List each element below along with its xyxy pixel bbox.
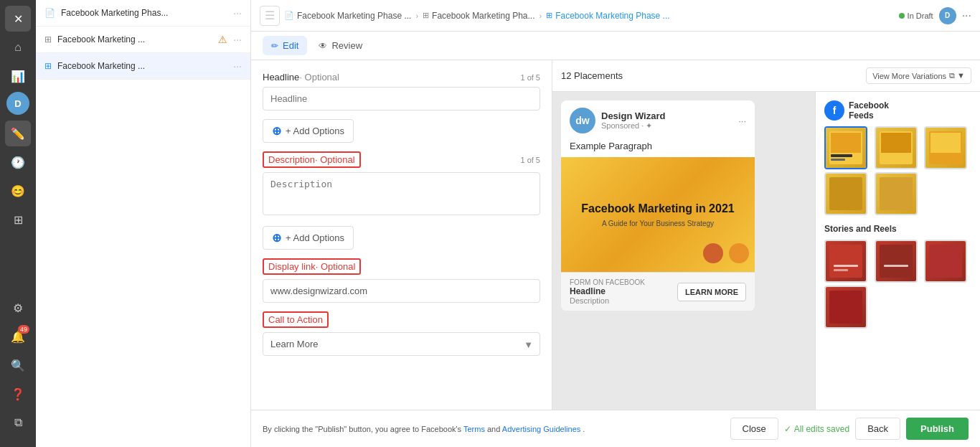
search-icon[interactable]: 🔍: [5, 352, 31, 378]
add-options-2-container: ⊕ + Add Options: [263, 226, 540, 250]
status-dot: [899, 13, 905, 19]
breadcrumb-segment-2[interactable]: ⊞ Facebook Marketing Pha...: [423, 11, 534, 21]
feeds-title: Feeds: [849, 110, 889, 121]
add-options-2-icon: ⊕: [272, 231, 281, 245]
svg-rect-13: [880, 245, 913, 278]
history-icon[interactable]: 🕐: [5, 149, 31, 175]
svg-rect-2: [831, 154, 852, 157]
headline-label: Headline· Optional: [263, 72, 339, 83]
ad-image-bg: Facebook Marketing in 2021 A Guide for Y…: [561, 157, 755, 272]
emoji-icon[interactable]: 😊: [5, 178, 31, 204]
sidebar-item-3[interactable]: ⊞ Facebook Marketing ... ···: [36, 53, 250, 80]
saved-indicator: ✓ All edits saved: [784, 424, 849, 434]
ad-image-subtitle: A Guide for Your Business Strategy: [602, 220, 714, 227]
chart-icon[interactable]: 📊: [5, 63, 31, 89]
notification-badge: 49: [18, 325, 29, 334]
headline-field: Headline· Optional 1 of 5: [263, 72, 540, 110]
ad-image: Facebook Marketing in 2021 A Guide for Y…: [561, 157, 755, 272]
tab-edit[interactable]: ✏ Edit: [263, 36, 307, 55]
description-textarea[interactable]: [263, 172, 540, 215]
ad-sponsored: Sponsored · ✦: [601, 121, 665, 131]
help-icon[interactable]: ❓: [5, 381, 31, 407]
more-icon-3[interactable]: ···: [233, 60, 242, 72]
placement-thumb-5[interactable]: [875, 172, 918, 215]
display-link-label: Display link· Optional: [263, 258, 361, 275]
tab-review[interactable]: 👁 Review: [310, 36, 371, 55]
cta-select-wrapper: Learn More Shop Now Sign Up Contact Us D…: [263, 332, 540, 356]
facebook-icon: f: [824, 100, 844, 121]
display-link-input[interactable]: [263, 279, 540, 303]
ad-advertiser-info: Design Wizard Sponsored · ✦: [601, 110, 665, 131]
placement-thumb-4[interactable]: [824, 172, 867, 215]
ad-learn-more-button[interactable]: LEARN MORE: [677, 283, 746, 301]
feeds-header: f Facebook Feeds: [824, 100, 971, 121]
grid-icon-2: ⊞: [44, 34, 52, 44]
placement-thumb-3[interactable]: [924, 126, 967, 169]
add-options-1-button[interactable]: ⊕ + Add Options: [263, 119, 354, 143]
home-icon[interactable]: ⌂: [5, 34, 31, 60]
saved-text: All edits saved: [794, 424, 849, 434]
stories-inner-3: [925, 241, 966, 281]
cta-header: Call to Action: [263, 311, 540, 328]
stories-thumb-4[interactable]: [824, 286, 867, 329]
ad-more-icon[interactable]: ···: [738, 116, 746, 126]
view-more-button[interactable]: View More Variations ⧉ ▼: [866, 67, 971, 84]
breadcrumb-segment-3[interactable]: ⊞ Facebook Marketing Phase ...: [546, 11, 669, 21]
edit-tabs: ✏ Edit 👁 Review: [251, 32, 980, 60]
stories-inner-1: [826, 241, 866, 281]
layers-icon[interactable]: ⧉: [5, 410, 31, 436]
placement-thumb-2[interactable]: [875, 126, 918, 169]
settings-icon[interactable]: ⚙: [5, 295, 31, 321]
sidebar-item-1[interactable]: 📄 Facebook Marketing Phas... ···: [36, 0, 250, 27]
review-tab-label: Review: [331, 40, 362, 51]
view-more-label: View More Variations: [872, 72, 946, 80]
bottom-bar: By clicking the "Publish" button, you ag…: [251, 410, 980, 447]
breadcrumb-icon-3: ⊞: [546, 11, 552, 20]
placement-thumb-1[interactable]: [824, 126, 867, 169]
ad-card-header: dw Design Wizard Sponsored · ✦ ···: [561, 100, 755, 141]
svg-rect-9: [880, 177, 913, 210]
close-button[interactable]: Close: [730, 418, 778, 440]
topbar-more-button[interactable]: ···: [962, 9, 971, 22]
ad-image-title: Facebook Marketing in 2021: [575, 202, 740, 215]
display-link-header: Display link· Optional: [263, 258, 540, 275]
ad-domain: FORM ON FACEBOOK: [570, 278, 645, 286]
svg-rect-1: [831, 133, 861, 153]
sidebar-item-2[interactable]: ⊞ Facebook Marketing ... ⚠ ···: [36, 27, 250, 53]
feeds-title-top: Facebook: [849, 100, 889, 110]
stories-thumb-2[interactable]: [875, 240, 918, 283]
avatar[interactable]: D: [6, 92, 29, 115]
topbar: ☰ 📄 Facebook Marketing Phase ... › ⊞ Fac…: [251, 0, 980, 32]
stories-title: Stories and Reels: [824, 224, 971, 234]
cta-select[interactable]: Learn More Shop Now Sign Up Contact Us D…: [263, 332, 540, 356]
back-button[interactable]: Back: [855, 418, 900, 440]
more-icon-1[interactable]: ···: [233, 7, 242, 19]
notifications-icon[interactable]: 🔔 49: [5, 324, 31, 349]
sidebar-toggle-icon[interactable]: ☰: [260, 6, 280, 26]
cta-label: Call to Action: [263, 311, 329, 328]
add-options-1-container: ⊕ + Add Options: [263, 119, 540, 143]
svg-rect-8: [829, 177, 862, 210]
user-avatar-small: D: [939, 7, 956, 24]
file-icon: 📄: [44, 8, 55, 18]
svg-rect-12: [834, 269, 848, 271]
breadcrumb-icon-2: ⊞: [423, 11, 429, 20]
advertising-link[interactable]: Advertising Guidelines: [502, 425, 580, 433]
ad-name: Design Wizard: [601, 110, 665, 121]
review-tab-icon: 👁: [319, 41, 327, 51]
publish-button[interactable]: Publish: [906, 418, 969, 440]
sidebar-item-label-3: Facebook Marketing ...: [57, 61, 227, 71]
breadcrumb-segment-1[interactable]: 📄 Facebook Marketing Phase ...: [284, 11, 411, 21]
preview-panel: 12 Placements View More Variations ⧉ ▼ d…: [552, 60, 980, 410]
grid-icon[interactable]: ⊞: [5, 207, 31, 232]
more-icon-2[interactable]: ···: [233, 34, 242, 45]
headline-input[interactable]: [263, 87, 540, 110]
stories-thumb-1[interactable]: [824, 240, 867, 283]
close-panel-button[interactable]: ✕: [5, 6, 31, 32]
breadcrumb-text-1: Facebook Marketing Phase ...: [297, 11, 411, 21]
add-options-2-button[interactable]: ⊕ + Add Options: [263, 226, 354, 250]
edit-icon[interactable]: ✏️: [5, 121, 31, 146]
stories-thumb-3[interactable]: [924, 240, 967, 283]
terms-link[interactable]: Terms: [463, 425, 485, 433]
edit-tab-label: Edit: [283, 40, 298, 51]
